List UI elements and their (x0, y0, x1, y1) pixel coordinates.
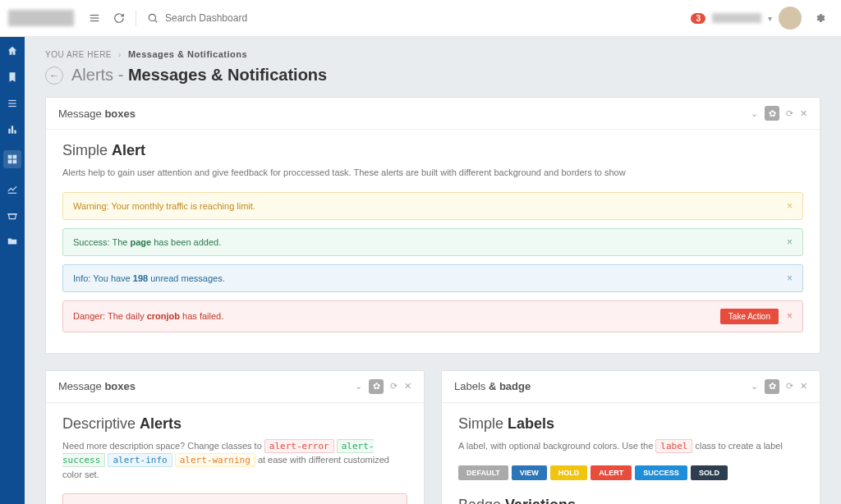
t-pre: Message (58, 380, 104, 392)
alert-text: Warning: Your monthly traffic is reachin… (73, 201, 255, 211)
avatar[interactable] (779, 7, 802, 30)
close-icon[interactable]: ✕ (404, 381, 411, 392)
txt: page (131, 237, 152, 247)
refresh-icon[interactable] (107, 0, 131, 37)
chip-alert-error: alert-error (264, 439, 334, 453)
nav-basket-icon[interactable] (7, 209, 18, 221)
refresh-small-icon[interactable]: ⟳ (786, 381, 793, 392)
label-default: DEFAULT (458, 465, 508, 480)
gear-icon[interactable] (808, 0, 833, 37)
chip-label: label (655, 439, 692, 453)
sidenav (0, 37, 25, 504)
svg-rect-10 (14, 131, 16, 134)
panel-tools: ⌄ ✿ ⟳ ✕ (751, 106, 807, 121)
row-2cols: Message boxes ⌄ ✿ ⟳ ✕ Descriptive Alerts… (45, 370, 820, 505)
separator (136, 10, 136, 26)
descriptive-alert-error: × Error! Error-handling routine in x2088… (62, 493, 407, 504)
txt: Info: You have (73, 273, 133, 283)
txt: cronjob (147, 311, 180, 321)
label-success: SUCCESS (635, 465, 687, 480)
gear-box-icon[interactable]: ✿ (765, 106, 779, 121)
t-pre: Descriptive (62, 415, 140, 432)
topbar-right: 3 ▾ (691, 0, 833, 37)
panel-title-bold: boxes (104, 108, 136, 120)
search-wrap (140, 0, 691, 37)
close-icon[interactable]: × (787, 310, 793, 322)
svg-rect-11 (8, 155, 12, 159)
nav-grid-icon[interactable] (3, 150, 21, 168)
svg-rect-9 (11, 126, 13, 133)
section-desc: Alerts help to gain user attention and g… (62, 166, 803, 180)
back-button[interactable]: ← (45, 66, 63, 85)
t-bold: Labels (508, 415, 554, 432)
gear-box-icon[interactable]: ✿ (369, 379, 384, 394)
chevron-down-icon[interactable]: ⌄ (751, 381, 758, 392)
take-action-button[interactable]: Take Action (720, 309, 779, 324)
t-pre: Simple (458, 415, 508, 432)
chevron-down-icon[interactable]: ▾ (768, 14, 772, 23)
nav-bar-icon[interactable] (7, 124, 18, 135)
panel-message-boxes-1: Message boxes ⌄ ✿ ⟳ ✕ Simple Alert Alert… (45, 97, 820, 354)
topbar: 3 ▾ (0, 0, 841, 37)
alert-info: Info: You have 198 unread messages. × (62, 264, 803, 292)
t-bold: boxes (104, 380, 136, 392)
svg-rect-8 (8, 129, 10, 134)
panel-tools: ⌄ ✿ ⟳ ✕ (355, 379, 411, 394)
alert-warning: Warning: Your monthly traffic is reachin… (62, 192, 803, 220)
page-title-row: ← Alerts - Messages & Notifications (45, 66, 820, 85)
t-bold: Variations (505, 497, 576, 504)
refresh-small-icon[interactable]: ⟳ (390, 381, 398, 392)
nav-chart-icon[interactable] (7, 183, 18, 195)
breadcrumb-label: YOU ARE HERE (45, 50, 112, 59)
close-icon[interactable]: × (787, 200, 793, 212)
section-title: Simple Labels (458, 415, 803, 433)
nav-list-icon[interactable] (7, 98, 18, 109)
t-bold: Alerts (140, 415, 182, 432)
alert-text: Info: You have 198 unread messages. (73, 273, 225, 283)
section-desc: A label, with optional background colors… (458, 439, 803, 454)
t-pre: Labels (454, 380, 489, 392)
panel-labels-badge: Labels & badge ⌄ ✿ ⟳ ✕ Simple Labels A l… (441, 370, 820, 505)
main: YOU ARE HERE › Messages & Notifications … (25, 37, 841, 504)
chip-alert-info: alert-info (108, 453, 172, 467)
close-icon[interactable]: × (787, 236, 793, 248)
nav-home-icon[interactable] (7, 45, 18, 57)
chevron-down-icon[interactable]: ⌄ (751, 108, 758, 119)
close-icon[interactable]: ✕ (800, 108, 807, 119)
panel-body: Simple Alert Alerts help to gain user at… (46, 130, 820, 353)
page-title: Alerts - Messages & Notifications (71, 66, 327, 85)
nav-bookmark-icon[interactable] (7, 71, 18, 83)
search-input[interactable] (165, 12, 329, 24)
close-icon[interactable]: ✕ (800, 381, 807, 392)
svg-point-3 (149, 14, 155, 21)
alert-text: Success: The page has been added. (73, 237, 221, 247)
close-icon[interactable]: × (787, 273, 793, 284)
alert-success: Success: The page has been added. × (62, 228, 803, 256)
menu-toggle-icon[interactable] (82, 0, 107, 37)
txt: A label, with optional background colors… (458, 441, 655, 451)
search-icon[interactable] (140, 0, 165, 37)
txt: has been added. (151, 237, 221, 247)
refresh-small-icon[interactable]: ⟳ (786, 108, 793, 119)
panel-title: Message boxes (58, 380, 136, 392)
username[interactable] (712, 13, 761, 23)
chip-alert-warning: alert-warning (175, 453, 255, 467)
t-bold: & badge (489, 380, 531, 392)
section-title: Simple Alert (62, 142, 803, 159)
panel-title-pre: Message (58, 108, 104, 120)
t-bold: Alert (112, 142, 145, 158)
txt: unread messages. (148, 273, 225, 283)
gear-box-icon[interactable]: ✿ (765, 379, 779, 394)
svg-rect-13 (8, 160, 12, 164)
breadcrumb-current: Messages & Notifications (128, 49, 247, 59)
notif-badge[interactable]: 3 (691, 13, 705, 24)
label-sold: SOLD (691, 465, 728, 480)
alert-text: Danger: The daily cronjob has failed. (73, 311, 223, 321)
nav-folder-icon[interactable] (7, 236, 18, 247)
chevron-down-icon[interactable]: ⌄ (355, 381, 362, 392)
txt: has failed. (180, 311, 223, 321)
txt: class to create a label (696, 441, 783, 451)
t-pre: Simple (62, 142, 112, 158)
panel-title: Message boxes (58, 108, 136, 120)
txt: 198 (133, 273, 148, 283)
